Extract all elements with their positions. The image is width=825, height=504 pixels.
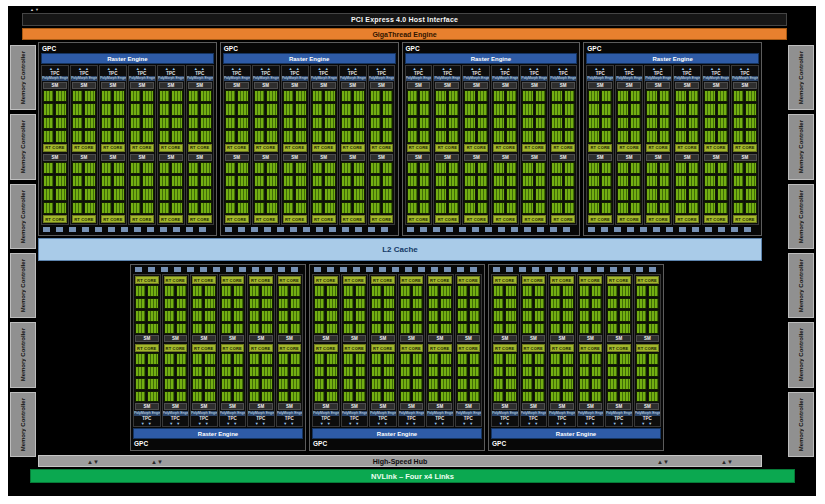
cuda-core-cell — [591, 285, 602, 297]
tpc-header: PolyMorph EngineTPC▼ ▼ — [342, 411, 368, 426]
tpc-down-arrows-icon: ▼ ▼ — [556, 421, 568, 426]
cuda-core-cell — [130, 175, 141, 187]
cuda-core-cell — [619, 378, 630, 390]
tpc-box: RT CORESMRT CORESMPolyMorph EngineTPC▼ ▼ — [426, 274, 454, 427]
cuda-core-cell — [312, 103, 323, 115]
cuda-core-cell — [147, 310, 158, 322]
cuda-core-cell — [135, 310, 146, 322]
cuda-core-cell — [147, 323, 158, 335]
cuda-core-cell — [164, 366, 175, 378]
cuda-core-cell — [254, 130, 265, 142]
cuda-core-cell — [324, 162, 335, 174]
rt-core-bar: RT CORE — [283, 144, 307, 152]
cuda-core-cell — [477, 90, 488, 102]
memory-controller-bar: Memory Controller — [10, 322, 36, 387]
rt-core-bar: RT CORE — [646, 144, 670, 152]
gpu-block-diagram: ▲▼ PCI Express 4.0 Host Interface GigaTh… — [8, 6, 816, 496]
cuda-core-cell — [176, 323, 187, 335]
rt-core-bar: RT CORE — [579, 344, 603, 352]
cuda-core-cell — [477, 202, 488, 214]
cuda-core-cell — [448, 188, 459, 200]
cuda-core-cell — [278, 323, 289, 335]
sm-core-grid — [135, 353, 159, 402]
sm-core-grid — [407, 162, 431, 215]
sm-box: RT CORESM — [606, 275, 632, 343]
tpc-header: ▲ ▲TPCPolyMorph Engine — [71, 66, 97, 81]
tpc-box: ▲ ▲TPCPolyMorph EngineSMRT CORESMRT CORE — [310, 65, 338, 225]
cuda-core-cell — [407, 162, 418, 174]
cuda-core-cell — [278, 353, 289, 365]
cuda-core-cell — [440, 366, 451, 378]
cuda-core-cell — [370, 117, 381, 129]
tpc-box: RT CORESMRT CORESMPolyMorph EngineTPC▼ ▼ — [312, 274, 340, 427]
cuda-core-cell — [204, 323, 215, 335]
cuda-core-cell — [419, 162, 430, 174]
cuda-core-cell — [551, 202, 562, 214]
cuda-core-cell — [312, 175, 323, 187]
cuda-core-cell — [371, 310, 382, 322]
sm-box: SMRT CORE — [100, 153, 126, 225]
cuda-core-cell — [326, 310, 337, 322]
cuda-core-cell — [601, 202, 612, 214]
cuda-core-cell — [493, 310, 504, 322]
cuda-core-cell — [457, 353, 468, 365]
cuda-core-cell — [457, 310, 468, 322]
cuda-core-cell — [326, 298, 337, 310]
sm-core-grid — [457, 353, 481, 402]
cuda-core-cell — [383, 366, 394, 378]
cuda-core-cell — [601, 90, 612, 102]
cuda-core-cell — [188, 90, 199, 102]
sm-box: SMRT CORE — [434, 153, 460, 225]
sm-core-grid — [43, 90, 67, 143]
interconnect-dashes-icon — [225, 227, 394, 232]
cuda-core-cell — [324, 130, 335, 142]
sm-core-grid — [522, 90, 546, 143]
cuda-core-cell — [469, 378, 480, 390]
cuda-core-cell — [101, 188, 112, 200]
cuda-core-cell — [505, 366, 516, 378]
cuda-core-cell — [588, 162, 599, 174]
tpc-row: RT CORESMRT CORESMPolyMorph EngineTPC▼ ▼… — [312, 274, 482, 427]
cuda-core-cell — [733, 162, 744, 174]
cuda-core-cell — [72, 162, 83, 174]
cuda-core-cell — [535, 202, 546, 214]
cuda-core-cell — [254, 175, 265, 187]
cuda-core-cell — [55, 202, 66, 214]
rt-core-bar: RT CORE — [254, 144, 278, 152]
cuda-core-cell — [448, 117, 459, 129]
rt-core-bar: RT CORE — [43, 215, 67, 223]
cuda-core-cell — [324, 117, 335, 129]
cuda-core-cell — [341, 90, 352, 102]
cuda-core-cell — [221, 285, 232, 297]
sm-core-grid — [43, 162, 67, 215]
cuda-core-cell — [506, 90, 517, 102]
sm-label: SM — [407, 82, 431, 89]
cuda-core-cell — [407, 117, 418, 129]
cuda-core-cell — [176, 366, 187, 378]
cuda-core-cell — [534, 366, 545, 378]
tpc-box: ▲ ▲TPCPolyMorph EngineSMRT CORESMRT CORE — [41, 65, 69, 225]
cuda-core-cell — [522, 117, 533, 129]
sm-label: SM — [101, 154, 125, 161]
cuda-core-cell — [204, 353, 215, 365]
cuda-core-cell — [412, 298, 423, 310]
tpc-box: ▲ ▲TPCPolyMorph EngineSMRT CORESMRT CORE — [368, 65, 396, 225]
cuda-core-cell — [324, 90, 335, 102]
sm-box: SMRT CORE — [129, 153, 155, 225]
cuda-core-cell — [326, 378, 337, 390]
cuda-core-cell — [407, 90, 418, 102]
cuda-core-cell — [579, 366, 590, 378]
sm-box: SMRT CORE — [587, 153, 613, 225]
cuda-core-cell — [493, 378, 504, 390]
cuda-core-cell — [440, 353, 451, 365]
cuda-core-cell — [522, 202, 533, 214]
cuda-core-cell — [283, 90, 294, 102]
cuda-core-cell — [659, 175, 670, 187]
sm-box: RT CORESM — [399, 275, 425, 343]
cuda-core-cell — [588, 90, 599, 102]
tpc-row: ▲ ▲TPCPolyMorph EngineSMRT CORESMRT CORE… — [586, 65, 759, 225]
cuda-core-cell — [419, 117, 430, 129]
sm-core-grid — [249, 353, 273, 402]
sm-label: SM — [43, 82, 67, 89]
cuda-core-cell — [382, 202, 393, 214]
